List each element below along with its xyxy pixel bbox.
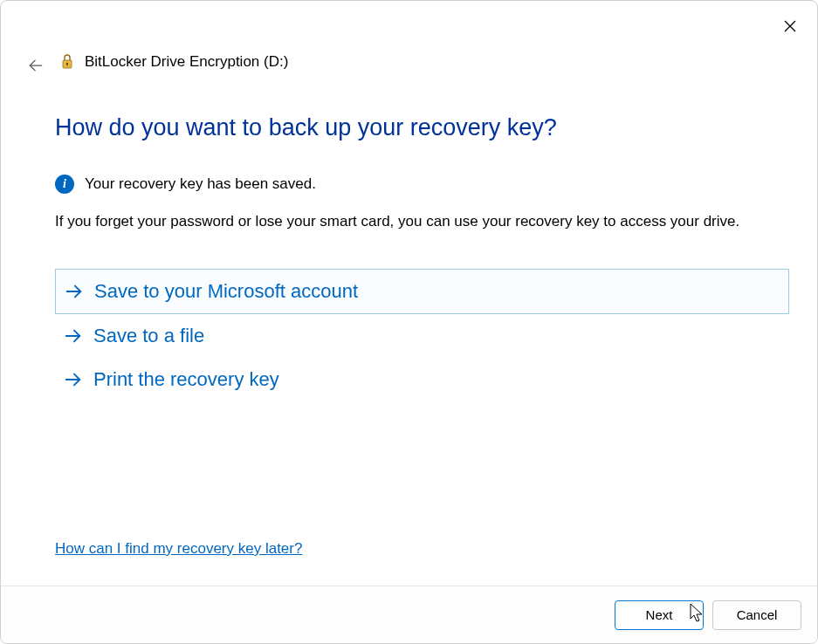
next-button[interactable]: Next [615, 600, 704, 630]
option-label: Print the recovery key [93, 368, 279, 391]
arrow-right-icon [64, 326, 83, 346]
arrow-right-icon [65, 282, 84, 301]
info-row: i Your recovery key has been saved. [55, 175, 789, 194]
arrow-right-icon [64, 370, 83, 389]
back-arrow-icon [27, 57, 45, 74]
window-title: BitLocker Drive Encryption (D:) [85, 53, 288, 71]
option-save-to-file[interactable]: Save to a file [55, 314, 789, 358]
option-label: Save to your Microsoft account [94, 280, 358, 303]
svg-rect-5 [66, 64, 67, 66]
option-label: Save to a file [93, 325, 204, 347]
info-icon: i [55, 175, 74, 194]
close-button[interactable] [780, 17, 800, 36]
description-text: If you forget your password or lose your… [55, 211, 789, 232]
close-icon [784, 20, 796, 32]
main-content: How do you want to back up your recovery… [55, 114, 789, 401]
info-text: Your recovery key has been saved. [85, 175, 316, 193]
bitlocker-icon [57, 52, 76, 72]
page-heading: How do you want to back up your recovery… [55, 114, 789, 141]
help-link[interactable]: How can I find my recovery key later? [55, 540, 302, 558]
option-print-recovery-key[interactable]: Print the recovery key [55, 358, 789, 401]
back-button[interactable] [25, 55, 46, 76]
option-save-microsoft-account[interactable]: Save to your Microsoft account [55, 269, 789, 314]
cancel-button[interactable]: Cancel [712, 600, 801, 630]
footer: Next Cancel [1, 586, 817, 643]
options-list: Save to your Microsoft account Save to a… [55, 269, 789, 401]
window-header: BitLocker Drive Encryption (D:) [57, 52, 288, 72]
